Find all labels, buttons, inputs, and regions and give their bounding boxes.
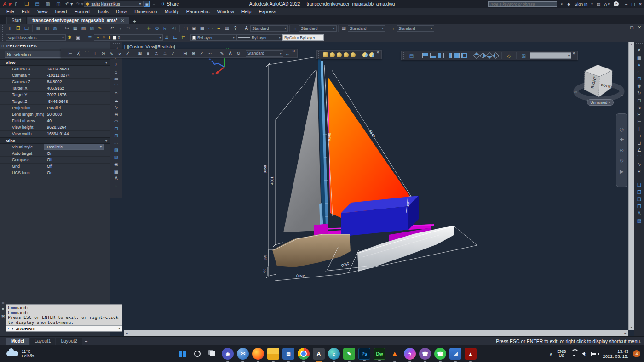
command-collapse-icon[interactable]: ▴: [118, 327, 120, 330]
property-value[interactable]: 84.8002: [44, 79, 110, 85]
search-input[interactable]: [488, 1, 557, 7]
qsave-icon[interactable]: ▤: [23, 25, 30, 32]
command-customize-icon[interactable]: ⚒: [1, 314, 5, 319]
toolbar-grip[interactable]: [2, 34, 5, 41]
spline-icon[interactable]: ∿: [112, 104, 121, 111]
property-value[interactable]: Parallel: [44, 105, 110, 111]
menu-draw[interactable]: Draw: [112, 9, 131, 14]
chevron-down-icon[interactable]: ▾: [105, 139, 107, 143]
array-icon[interactable]: ⊞: [635, 75, 644, 83]
taskbar-viber-icon[interactable]: ☎: [419, 348, 431, 360]
zoom-window-icon[interactable]: ◱: [161, 25, 169, 32]
cart-icon[interactable]: ▤: [597, 2, 601, 6]
property-row[interactable]: Camera X14914.8630: [0, 66, 110, 72]
live-section-icon[interactable]: [369, 52, 374, 57]
point-style-icon[interactable]: ∴: [112, 182, 121, 190]
paste-clip-icon[interactable]: ▧: [80, 25, 87, 32]
wifi-icon[interactable]: [571, 351, 577, 356]
fillet-icon[interactable]: ⌒: [635, 154, 644, 161]
gradient-icon[interactable]: ▧: [112, 154, 121, 161]
property-value[interactable]: 50.0000: [44, 111, 110, 117]
property-row[interactable]: Field of view40: [0, 118, 110, 124]
save-as-icon[interactable]: ▥: [44, 0, 52, 8]
dim-style-dropdown[interactable]: Standard▾: [299, 25, 337, 32]
volume-icon[interactable]: ): [582, 352, 586, 356]
smooth-more-icon[interactable]: [337, 52, 342, 57]
plot-icon[interactable]: ◫: [55, 0, 63, 8]
vertical-scrollbar[interactable]: ▲ ▼: [628, 42, 634, 330]
property-row[interactable]: View width16894.9144: [0, 131, 110, 137]
clock[interactable]: 13:43 2022. 03. 15.: [603, 349, 628, 359]
property-value[interactable]: Off: [44, 157, 110, 163]
view-se-isometric-icon[interactable]: [480, 52, 486, 59]
join-icon[interactable]: ⊔: [635, 140, 644, 147]
plotstyle-lineweight-dropdown[interactable]: ByColor ByLayer: [282, 34, 324, 41]
doc-close-button[interactable]: ✕: [638, 25, 641, 30]
close-icon[interactable]: ✕: [376, 51, 380, 55]
show-motion-icon[interactable]: ▶: [620, 169, 623, 175]
save-icon[interactable]: ▤: [34, 0, 41, 8]
chevron-down-icon[interactable]: ▾: [105, 61, 107, 65]
make-object-layer-current-icon[interactable]: ⇊: [163, 34, 171, 41]
hatch-to-back-icon[interactable]: ▨: [635, 217, 644, 225]
doc-minimize-button[interactable]: –: [623, 25, 626, 30]
taskbar-acrobat-icon[interactable]: ▲: [465, 348, 477, 360]
share-button[interactable]: ✈ Share: [161, 1, 179, 6]
chamfer-icon[interactable]: ∠: [635, 147, 644, 154]
restore-button[interactable]: ▢: [631, 2, 635, 6]
full-navigation-wheel-icon[interactable]: ◎: [620, 126, 624, 132]
mleader-style-icon[interactable]: →: [389, 25, 397, 32]
menu-edit[interactable]: Edit: [18, 9, 34, 14]
dim-diameter-icon[interactable]: ⌀: [116, 50, 124, 57]
tolerance-icon[interactable]: ⊞: [181, 50, 189, 57]
taskbar-start-icon[interactable]: [176, 348, 188, 360]
tool-palettes-icon[interactable]: ▩: [198, 25, 206, 32]
help-icon[interactable]: ?: [231, 25, 239, 32]
offset-icon[interactable]: ⊂: [635, 68, 644, 76]
taskbar-search-icon[interactable]: [191, 348, 203, 360]
dim-angular-icon[interactable]: ∠: [124, 50, 132, 57]
design-center-icon[interactable]: ▣: [190, 25, 198, 32]
workspace-settings-icon[interactable]: ✱: [66, 34, 74, 41]
view-top-icon[interactable]: [422, 53, 428, 58]
open-icon[interactable]: ❒: [14, 25, 22, 32]
property-row[interactable]: Auto targetOn: [0, 150, 110, 157]
scroll-up-icon[interactable]: ▲: [630, 43, 633, 46]
region-icon[interactable]: ◉: [112, 161, 121, 168]
section-plane-icon[interactable]: [362, 52, 368, 57]
make-block-icon[interactable]: ⊞: [112, 132, 121, 140]
table-style-dropdown[interactable]: Standard▾: [348, 25, 385, 32]
cut-clip-icon[interactable]: ✂: [63, 25, 71, 32]
copy-icon[interactable]: ▦: [635, 54, 644, 62]
toolbar-grip[interactable]: [2, 25, 5, 32]
trim-icon[interactable]: ✂: [635, 111, 644, 119]
jib-sail[interactable]: [283, 70, 322, 232]
sign-in-button[interactable]: Sign In: [575, 2, 587, 6]
tab-model[interactable]: Model: [6, 338, 29, 345]
rotate-icon[interactable]: ↻: [635, 90, 644, 97]
plot-preview-icon[interactable]: ◫: [43, 25, 51, 32]
command-window[interactable]: Command:Command:Press ESC or ENTER to ex…: [6, 304, 122, 332]
table-icon[interactable]: ▦: [112, 168, 121, 175]
tray-overflow-icon[interactable]: ∧: [549, 351, 552, 356]
taskbar-notes-icon[interactable]: ✎: [343, 348, 355, 360]
minimize-button[interactable]: –: [625, 2, 627, 6]
zoom-tool-icon[interactable]: ⊙: [620, 147, 624, 153]
taskbar-mail-icon[interactable]: ✉: [237, 348, 249, 360]
toolbar-grip[interactable]: [636, 43, 643, 45]
property-row[interactable]: UCS IconOn: [0, 170, 110, 176]
open-icon[interactable]: ❒: [23, 0, 31, 8]
copy-clip-icon[interactable]: ▦: [71, 25, 79, 32]
redo-drop-icon[interactable]: ▾: [133, 25, 141, 32]
dim-continue-icon[interactable]: ≎: [153, 50, 161, 57]
undo-drop-icon[interactable]: ▾: [116, 25, 124, 32]
taskbar-total-commander-icon[interactable]: ▤: [282, 348, 294, 360]
scroll-left-icon[interactable]: ◄: [125, 332, 128, 335]
send-to-back-icon[interactable]: ❐: [635, 189, 644, 196]
view-front-icon[interactable]: [454, 53, 460, 58]
property-value[interactable]: -10211.0274: [44, 72, 110, 78]
markup-icon[interactable]: ▰: [215, 25, 223, 32]
match-properties-icon[interactable]: ▨: [88, 25, 96, 32]
zoom-previous-icon[interactable]: ◰: [170, 25, 178, 32]
text-style-icon[interactable]: A: [242, 25, 250, 32]
